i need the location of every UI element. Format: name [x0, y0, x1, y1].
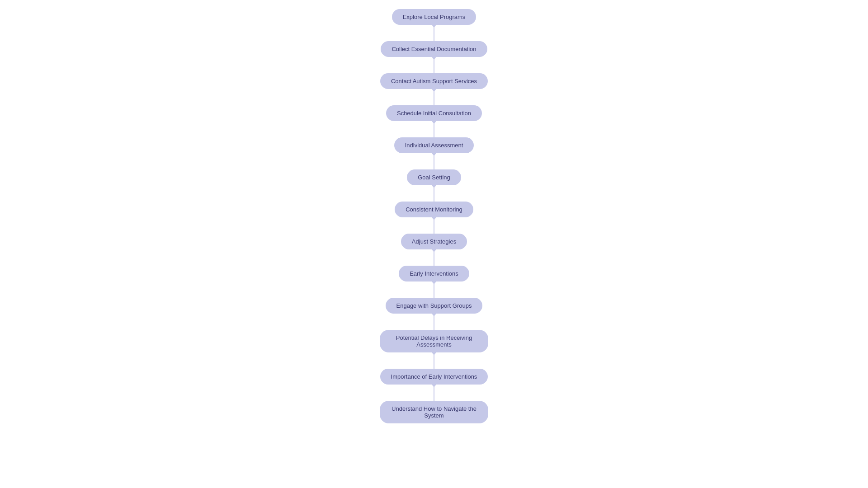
node-7[interactable]: Consistent Monitoring: [395, 202, 473, 217]
node-12[interactable]: Importance of Early Interventions: [380, 369, 488, 385]
flow-connector-10: [434, 314, 434, 330]
node-6[interactable]: Goal Setting: [407, 169, 461, 185]
node-13[interactable]: Understand How to Navigate the System: [380, 401, 488, 423]
flow-connector-5: [434, 153, 434, 169]
flow-connector-9: [434, 282, 434, 298]
flow-connector-7: [434, 217, 434, 234]
node-1[interactable]: Explore Local Programs: [392, 9, 476, 25]
node-5[interactable]: Individual Assessment: [394, 137, 474, 153]
flow-connector-8: [434, 249, 434, 266]
flow-connector-1: [434, 25, 434, 41]
node-4[interactable]: Schedule Initial Consultation: [386, 105, 482, 121]
flow-connector-2: [434, 57, 434, 73]
node-11[interactable]: Potential Delays in Receiving Assessment…: [380, 330, 488, 352]
flowchart: Explore Local ProgramsCollect Essential …: [0, 0, 868, 441]
node-8[interactable]: Adjust Strategies: [401, 234, 467, 249]
flow-connector-3: [434, 89, 434, 105]
node-10[interactable]: Engage with Support Groups: [386, 298, 483, 314]
node-3[interactable]: Contact Autism Support Services: [380, 73, 488, 89]
flow-connector-12: [434, 385, 434, 401]
flow-connector-4: [434, 121, 434, 137]
flow-connector-11: [434, 352, 434, 369]
node-9[interactable]: Early Interventions: [399, 266, 469, 282]
flow-connector-6: [434, 185, 434, 202]
node-2[interactable]: Collect Essential Documentation: [381, 41, 487, 57]
